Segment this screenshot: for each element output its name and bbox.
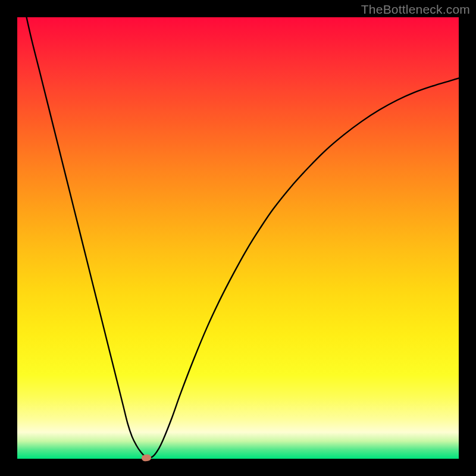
watermark-text: TheBottleneck.com: [361, 2, 470, 17]
chart-plot-area: [17, 17, 459, 459]
